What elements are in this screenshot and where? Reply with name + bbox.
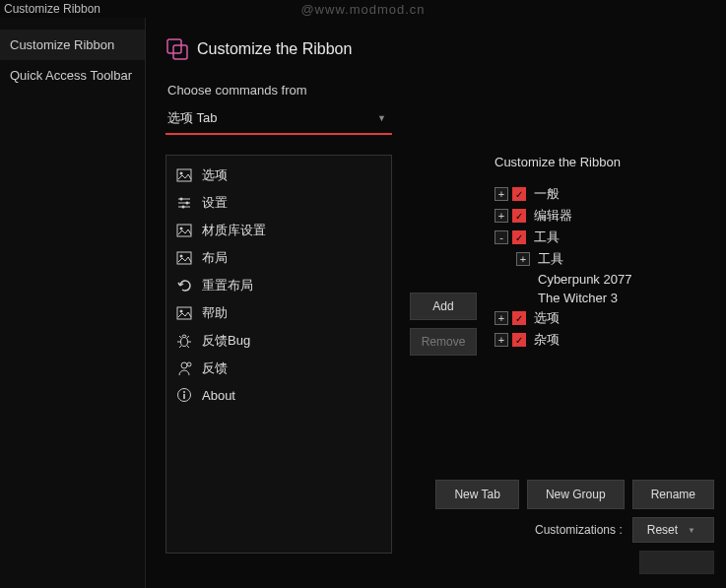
command-item[interactable]: 帮助 [166, 299, 391, 327]
new-tab-button[interactable]: New Tab [435, 480, 518, 509]
ribbon-tree[interactable]: +✓一般+✓编辑器-✓工具+工具Cyberpunk 2077The Witche… [495, 183, 712, 351]
sidebar-item-label: Quick Access Toolbar [10, 68, 132, 83]
watermark: @www.modmod.cn [300, 2, 425, 17]
reset-dropdown[interactable]: Reset ▼ [632, 517, 714, 543]
command-label: 选项 [202, 166, 228, 184]
tree-label: 工具 [538, 250, 563, 268]
tree-label: 杂项 [534, 331, 560, 349]
commands-source-dropdown[interactable]: 选项 Tab ▼ [165, 105, 392, 135]
svg-point-12 [180, 310, 183, 313]
svg-point-8 [180, 228, 183, 230]
command-label: 反馈 [202, 359, 228, 377]
sidebar-item-quick-access[interactable]: Quick Access Toolbar [0, 60, 145, 91]
tree-label: 工具 [534, 229, 560, 246]
rename-button[interactable]: Rename [632, 480, 714, 509]
expand-toggle[interactable]: + [495, 311, 508, 325]
svg-point-3 [180, 172, 183, 175]
command-label: 反馈Bug [202, 332, 250, 350]
expand-toggle[interactable]: + [495, 209, 508, 223]
dropdown-value: 选项 Tab [167, 109, 218, 127]
main-panel: Customize the Ribbon Choose commands fro… [146, 18, 726, 588]
checkbox[interactable]: ✓ [512, 209, 526, 223]
checkbox[interactable]: ✓ [512, 333, 526, 347]
command-item[interactable]: 反馈 [166, 355, 391, 382]
new-group-button[interactable]: New Group [527, 480, 625, 509]
tree-node[interactable]: +✓一般 [495, 183, 712, 205]
image-icon [176, 167, 192, 183]
command-label: 重置布局 [202, 277, 253, 294]
command-item[interactable]: About [166, 382, 391, 408]
svg-point-13 [181, 338, 188, 347]
remove-button[interactable]: Remove [410, 328, 477, 356]
chevron-down-icon: ▼ [377, 113, 386, 123]
command-item[interactable]: 材质库设置 [166, 217, 391, 244]
sliders-icon [176, 195, 192, 211]
command-label: 设置 [202, 194, 228, 212]
bottom-toolbar: New Tab New Group Rename Customizations … [435, 480, 714, 574]
image-icon [176, 250, 192, 266]
tree-node[interactable]: +✓选项 [495, 307, 712, 329]
sidebar-item-customize-ribbon[interactable]: Customize Ribbon [0, 30, 145, 60]
command-item[interactable]: 设置 [166, 189, 391, 217]
panel-header: Customize the Ribbon [165, 37, 712, 61]
command-item[interactable]: 重置布局 [166, 272, 391, 299]
tree-node[interactable]: Cyberpunk 2077 [534, 270, 712, 289]
expand-toggle[interactable]: - [495, 230, 508, 244]
tree-label: The Witcher 3 [538, 291, 618, 305]
expand-toggle[interactable]: + [516, 252, 530, 266]
svg-rect-18 [183, 394, 185, 399]
person-icon [176, 360, 192, 376]
tree-node[interactable]: +✓杂项 [495, 329, 712, 351]
bug-icon [176, 333, 192, 349]
tree-node[interactable]: +工具 [516, 248, 712, 270]
tree-node[interactable]: -✓工具 [495, 227, 712, 248]
image-icon [176, 305, 192, 321]
svg-point-4 [180, 198, 183, 201]
commands-list[interactable]: 选项设置材质库设置布局重置布局帮助反馈Bug反馈About [165, 155, 392, 554]
checkbox[interactable]: ✓ [512, 311, 526, 325]
svg-point-14 [181, 362, 187, 368]
tree-node[interactable]: +✓编辑器 [495, 205, 712, 227]
choose-commands-label: Choose commands from [167, 83, 712, 98]
ribbon-tree-title: Customize the Ribbon [495, 155, 712, 169]
command-item[interactable]: 选项 [166, 162, 391, 189]
command-label: 材质库设置 [202, 222, 266, 239]
info-icon [176, 387, 192, 403]
chevron-down-icon: ▼ [688, 526, 695, 535]
svg-point-17 [183, 391, 185, 393]
tree-label: Cyberpunk 2077 [538, 272, 631, 287]
command-label: About [202, 388, 235, 403]
disabled-button [639, 551, 714, 574]
svg-point-15 [187, 362, 191, 366]
command-label: 布局 [202, 249, 228, 267]
command-item[interactable]: 布局 [166, 244, 391, 272]
tree-node[interactable]: The Witcher 3 [534, 289, 712, 307]
sidebar: Customize Ribbon Quick Access Toolbar [0, 18, 146, 588]
command-item[interactable]: 反馈Bug [166, 327, 391, 355]
tree-label: 编辑器 [534, 207, 572, 225]
expand-toggle[interactable]: + [495, 187, 508, 201]
expand-toggle[interactable]: + [495, 333, 508, 347]
svg-point-6 [182, 206, 185, 209]
sidebar-item-label: Customize Ribbon [10, 37, 114, 52]
customizations-label: Customizations : [535, 523, 623, 537]
svg-point-5 [186, 202, 189, 205]
svg-point-10 [180, 255, 183, 258]
add-button[interactable]: Add [410, 293, 477, 320]
image-icon [176, 223, 192, 238]
tree-label: 一般 [534, 185, 560, 203]
checkbox[interactable]: ✓ [512, 230, 526, 244]
panel-title: Customize the Ribbon [197, 40, 352, 58]
window-title: Customize Ribbon [4, 2, 100, 16]
ribbon-icon [165, 37, 189, 61]
undo-icon [176, 278, 192, 294]
tree-label: 选项 [534, 309, 560, 327]
checkbox[interactable]: ✓ [512, 187, 526, 201]
command-label: 帮助 [202, 304, 228, 322]
